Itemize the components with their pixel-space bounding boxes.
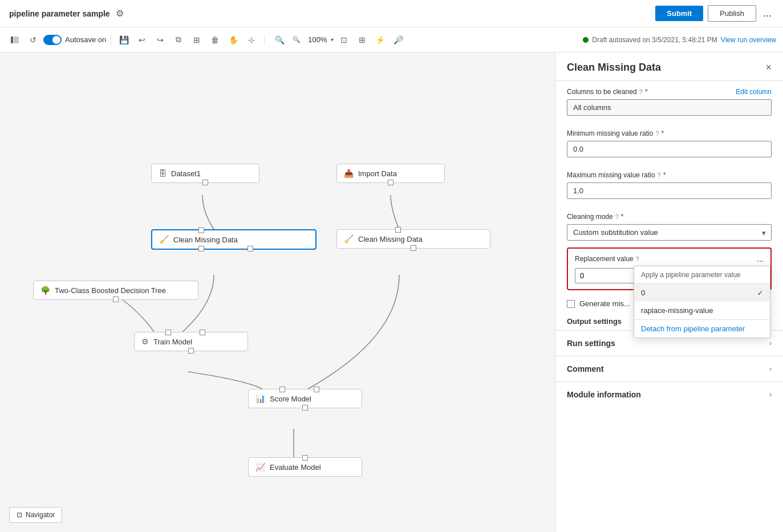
node-clean2[interactable]: 🧹 Clean Missing Data [336,229,490,249]
generate-missing-checkbox[interactable] [567,300,575,308]
columns-required: * [645,88,648,96]
fit-view-icon[interactable]: ⊡ [336,32,352,48]
cleaning-mode-field: Cleaning mode ? * Custom substitution va… [555,206,783,247]
min-ratio-label-row: Minimum missing value ratio ? * [567,129,772,137]
svg-rect-0 [11,36,13,43]
node-label: Score Model [270,395,311,403]
node-train-model[interactable]: ⚙ Train Model [134,332,248,351]
columns-input[interactable] [567,99,772,116]
replacement-label: Replacement value ? [575,255,639,263]
node-score-model[interactable]: 📊 Score Model [248,389,362,408]
undo-icon[interactable]: ↩ [134,32,150,48]
draft-status: Draft autosaved on 3/5/2021, 5:48:21 PM … [583,36,776,44]
zoom-out-icon[interactable]: 🔍 [271,32,287,48]
zoom-in-icon[interactable]: 🔍 [289,32,305,48]
comment-section[interactable]: Comment › [555,356,783,381]
columns-help-icon[interactable]: ? [639,88,643,95]
min-ratio-help-icon[interactable]: ? [655,130,659,137]
autosave-label: Autosave on [65,35,106,44]
header-right: Submit Publish ... [655,5,774,22]
input-port-1[interactable] [279,387,285,392]
delete-icon[interactable]: 🗑 [207,32,223,48]
autosave-switch[interactable] [43,35,62,45]
replacement-ellipsis-button[interactable]: ... [757,254,764,263]
comment-chevron: › [769,365,772,373]
grid-icon[interactable]: ⊞ [354,32,370,48]
panel-close-button[interactable]: × [765,62,772,74]
input-port-1[interactable] [198,228,204,233]
node-label: Evaluate Model [270,463,321,472]
pipeline-canvas[interactable]: 🗄 Dataset1 📥 Import Data 🧹 Clean Missing… [0,52,555,532]
output-port-2[interactable] [248,246,253,251]
replacement-label-text: Replacement value [575,255,634,263]
node-label: Clean Missing Data [358,235,423,243]
cleaning-mode-label-row: Cleaning mode ? * [567,213,772,221]
hand-icon[interactable]: ✋ [225,32,241,48]
node-clean1[interactable]: 🧹 Clean Missing Data [151,229,317,250]
submit-button[interactable]: Submit [655,6,703,21]
autosave-toggle[interactable]: Autosave on [43,35,106,45]
module-info-section[interactable]: Module information › [555,381,783,407]
zoom-control: 🔍 🔍 100% ▾ [271,32,333,48]
panel-title: Clean Missing Data [567,62,661,74]
input-port[interactable] [395,227,401,233]
redo-icon[interactable]: ↪ [152,32,168,48]
dropdown-item-replace[interactable]: raplace-missing-value [634,302,770,319]
cleaning-mode-select[interactable]: Custom substitution value Remove entire … [567,224,772,241]
pointer-icon[interactable]: ⊹ [244,32,259,48]
max-ratio-label-row: Maximum missing value ratio ? * [567,171,772,179]
output-port[interactable] [302,405,308,411]
right-panel: Clean Missing Data × Columns to be clean… [555,52,783,532]
publish-button[interactable]: Publish [708,5,756,22]
node-decision-tree[interactable]: 🌳 Two-Class Boosted Decision Tree [33,281,198,300]
settings-icon[interactable]: ⚙ [116,8,124,19]
more-button[interactable]: ... [761,7,774,19]
dropdown-item-0[interactable]: 0 ✓ [634,284,770,302]
refresh-icon[interactable]: ↺ [25,32,41,48]
navigator-button[interactable]: ⊡ Navigator [9,507,62,523]
node-import-data[interactable]: 📥 Import Data [336,164,445,183]
status-dot [583,37,589,43]
min-ratio-field: Minimum missing value ratio ? * [555,123,783,164]
edit-column-link[interactable]: Edit column [736,88,772,96]
cleaning-mode-help-icon[interactable]: ? [615,213,619,220]
comment-label: Comment [567,364,604,373]
save-icon[interactable]: 💾 [116,32,132,48]
min-ratio-label: Minimum missing value ratio [567,129,653,137]
output-port[interactable] [202,180,208,185]
cleaning-mode-select-wrapper: Custom substitution value Remove entire … [567,224,772,241]
output-port-1[interactable] [198,246,204,251]
max-ratio-input[interactable] [567,182,772,199]
view-run-link[interactable]: View run overview [721,36,776,44]
input-port[interactable] [302,455,308,461]
columns-field: Columns to be cleaned ? * Edit column [555,81,783,123]
node-label: Two-Class Boosted Decision Tree [55,286,166,295]
min-ratio-input[interactable] [567,141,772,157]
module-info-label: Module information [567,390,641,399]
node-dataset1[interactable]: 🗄 Dataset1 [151,164,259,183]
input-port-2[interactable] [314,387,319,392]
replacement-help-icon[interactable]: ? [636,255,639,262]
output-port[interactable] [188,348,194,354]
lightning-icon[interactable]: ⚡ [372,32,388,48]
node-evaluate-model[interactable]: 📈 Evaluate Model [248,457,362,477]
score-icon: 📊 [255,394,265,403]
search-canvas-icon[interactable]: 🔎 [391,32,407,48]
node-label: Dataset1 [171,169,201,178]
sidebar-toggle-icon[interactable] [7,32,23,48]
main-area: 🗄 Dataset1 📥 Import Data 🧹 Clean Missing… [0,52,783,532]
input-port-1[interactable] [165,330,171,335]
cleaning-mode-label: Cleaning mode [567,213,613,221]
svg-rect-1 [14,36,19,43]
copy-icon[interactable]: ⧉ [171,32,186,48]
output-port[interactable] [411,245,416,251]
input-port-2[interactable] [200,330,205,335]
output-port[interactable] [388,180,393,185]
max-ratio-help-icon[interactable]: ? [658,172,661,178]
max-ratio-label: Maximum missing value ratio [567,171,655,179]
add-module-icon[interactable]: ⊞ [189,32,205,48]
output-port[interactable] [113,297,119,302]
detach-link[interactable]: Detach from pipeline parameter [634,320,770,338]
tree-icon: 🌳 [40,286,50,295]
zoom-chevron[interactable]: ▾ [331,36,334,43]
